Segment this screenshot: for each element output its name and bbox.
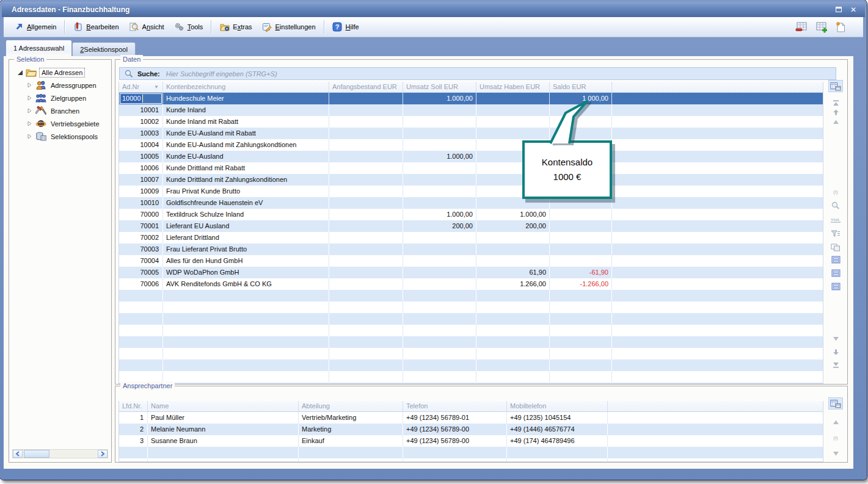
- expander-closed-icon[interactable]: [9, 108, 35, 114]
- scroll-left-button[interactable]: [13, 450, 23, 458]
- step-down-icon[interactable]: [828, 333, 843, 345]
- contacts-column-header-3[interactable]: Abteilung: [299, 401, 403, 411]
- column-chooser-icon[interactable]: [828, 80, 843, 92]
- column-header-2[interactable]: Kontenbezeichnung: [163, 82, 329, 92]
- menu-item-hilfe[interactable]: ?Hilfe: [327, 20, 364, 34]
- scrollbar-track[interactable]: [49, 450, 98, 458]
- table-remove-icon[interactable]: [795, 21, 808, 33]
- table-row[interactable]: 10004Kunde EU-Ausland mit Zahlungskondti…: [119, 139, 823, 151]
- page-down-icon[interactable]: [828, 346, 843, 358]
- adnr-edit-cell[interactable]: 10000: [120, 93, 162, 104]
- step-up-icon[interactable]: [828, 115, 843, 128]
- copy-icon[interactable]: [828, 241, 843, 253]
- table-row[interactable]: 10009Frau Privat Kunde Brutto: [119, 186, 823, 197]
- count-icon[interactable]: (I): [828, 432, 843, 444]
- expander-closed-icon[interactable]: [9, 134, 35, 139]
- table-row[interactable]: 10003Kunde EU-Ausland mit Rabatt: [119, 128, 823, 139]
- search-input[interactable]: [165, 70, 832, 78]
- table-row[interactable]: 10000Hundeschule Meier1.000,001.000,00: [119, 93, 823, 104]
- column-chooser-icon[interactable]: [828, 397, 843, 410]
- expander-closed-icon[interactable]: [9, 121, 35, 126]
- menu-item-extras[interactable]: Extras: [214, 20, 257, 34]
- column-header-3[interactable]: Anfangsbestand EUR: [329, 82, 403, 92]
- cell-name: Paul Müller: [148, 412, 299, 424]
- column-header-6[interactable]: Saldo EUR: [550, 82, 612, 92]
- table-row[interactable]: 10007Kunde Drittland mit Zahlungskonditi…: [119, 174, 823, 186]
- menu-item-label: Ansicht: [142, 23, 164, 31]
- expander-closed-icon[interactable]: [9, 82, 35, 88]
- xml-icon[interactable]: XML: [828, 214, 843, 226]
- contacts-column-header-1[interactable]: Lfd.Nr.: [119, 401, 148, 411]
- new-document-icon[interactable]: [834, 21, 847, 33]
- table-row-empty: [119, 313, 823, 325]
- cell-abteilung: [299, 447, 403, 458]
- cell-name: [148, 458, 299, 462]
- column-header-1[interactable]: Ad.Nr▼: [119, 82, 163, 92]
- table-row[interactable]: 10005Kunde EU-Ausland1.000,00: [119, 151, 823, 162]
- layout-icon[interactable]: [828, 267, 843, 279]
- table-row[interactable]: 70000Textildruck Schulze Inland1.000,001…: [119, 209, 823, 220]
- cell-umsatz-soll: [403, 244, 476, 255]
- table-row[interactable]: 70006AVK Renditefonds GmbH & CO KG1.266,…: [119, 278, 823, 290]
- cell-filler: [612, 383, 823, 384]
- menu-item-bearbeiten[interactable]: Bearbeiten: [68, 20, 123, 34]
- scroll-right-button[interactable]: [98, 450, 108, 458]
- tree-item-branchen[interactable]: Branchen: [9, 104, 110, 117]
- cell-kontenbezeichnung: AVK Renditefonds GmbH & CO KG: [163, 278, 329, 290]
- expander-closed-icon[interactable]: [9, 95, 35, 101]
- callout-line2: 1000 €: [553, 170, 582, 184]
- column-header-5[interactable]: Umsatz Haben EUR: [476, 82, 550, 92]
- search-icon[interactable]: [828, 200, 843, 212]
- step-down-icon[interactable]: [828, 447, 843, 460]
- tab-selektionspool[interactable]: 2 Selektionspool: [72, 42, 136, 56]
- table-add-icon[interactable]: [814, 21, 828, 33]
- contacts-column-header-2[interactable]: Name: [148, 401, 299, 411]
- tree-item-adressgruppen[interactable]: Adressgruppen: [9, 79, 110, 92]
- scroll-bottom-icon[interactable]: [828, 359, 843, 371]
- table-row[interactable]: 10006Kunde Drittland mit Rabatt: [119, 162, 823, 174]
- expander-open-icon[interactable]: [9, 70, 25, 75]
- tree-item-zielgruppen[interactable]: Zielgruppen: [9, 92, 110, 104]
- menu-item-ansicht[interactable]: Ansicht: [124, 20, 169, 34]
- cell-anfangsbestand: [329, 244, 403, 255]
- table-row[interactable]: 70005WDP WoDaPhon GmbH61,90-61,90: [119, 267, 823, 278]
- cell-filler: [612, 104, 823, 116]
- cell-saldo: [550, 383, 612, 384]
- contacts-column-header-4[interactable]: Telefon: [403, 401, 507, 411]
- count-icon[interactable]: (I): [828, 186, 843, 198]
- table-row[interactable]: 70002Lieferant Drittland: [119, 232, 823, 244]
- menu-item-einstellungen[interactable]: Einstellungen: [257, 20, 321, 34]
- tree-item-vertriebsgebiete[interactable]: Vertriebsgebiete: [9, 117, 110, 130]
- tab-adressauswahl[interactable]: 1 Adressauswahl: [5, 40, 72, 56]
- contacts-column-header-5[interactable]: Mobiltelefon: [507, 401, 608, 411]
- contact-row[interactable]: 2Melanie NeumannMarketing+49 (1234) 5678…: [119, 424, 823, 435]
- contact-row[interactable]: 3Susanne BraunEinkauf+49 (1234) 56789-00…: [119, 435, 823, 447]
- filter-icon[interactable]: [828, 228, 843, 240]
- table-row[interactable]: 70004Alles für den Hund GmbH: [119, 255, 823, 267]
- restore-button[interactable]: [833, 5, 844, 15]
- tree-item-selektionspools[interactable]: Selektionspools: [9, 130, 110, 143]
- search-bar[interactable]: Suche:: [119, 67, 836, 80]
- table-row[interactable]: 10010Goldfischfreunde Hauenstein eV: [119, 197, 823, 209]
- cell-filler: [608, 458, 823, 462]
- table-row[interactable]: 10001Kunde Inland: [119, 104, 823, 116]
- cell-lfdnr: 2: [119, 424, 148, 435]
- scrollbar-thumb[interactable]: [24, 450, 49, 458]
- table-row[interactable]: 10002Kunde Inland mit Rabatt: [119, 116, 823, 128]
- table-row[interactable]: 70001Lieferant EU Ausland200,00200,00: [119, 220, 823, 232]
- cell-saldo: -61,90: [550, 267, 612, 278]
- table-row[interactable]: 70003Frau Lieferant Privat Brutto: [119, 244, 823, 255]
- close-button[interactable]: ✕: [848, 5, 859, 15]
- selektion-hscrollbar[interactable]: [12, 449, 108, 458]
- menu-item-tools[interactable]: Tools: [169, 20, 208, 34]
- tree-item-alle-adressen[interactable]: Alle Adressen: [9, 66, 110, 79]
- cell-kontenbezeichnung: Hundeschule Meier: [163, 93, 329, 104]
- menu-item-allgemein[interactable]: Allgemein: [9, 20, 61, 34]
- step-up-icon[interactable]: [828, 416, 843, 428]
- column-header-4[interactable]: Umsatz Soll EUR: [403, 82, 476, 92]
- cell-adnr: 70001: [119, 220, 163, 232]
- contact-row[interactable]: 1Paul MüllerVertrieb/Marketing+49 (1234)…: [119, 412, 823, 424]
- layout-icon[interactable]: [828, 280, 843, 292]
- layout-icon[interactable]: [828, 253, 843, 265]
- cell-abteilung: Vertrieb/Marketing: [299, 412, 403, 424]
